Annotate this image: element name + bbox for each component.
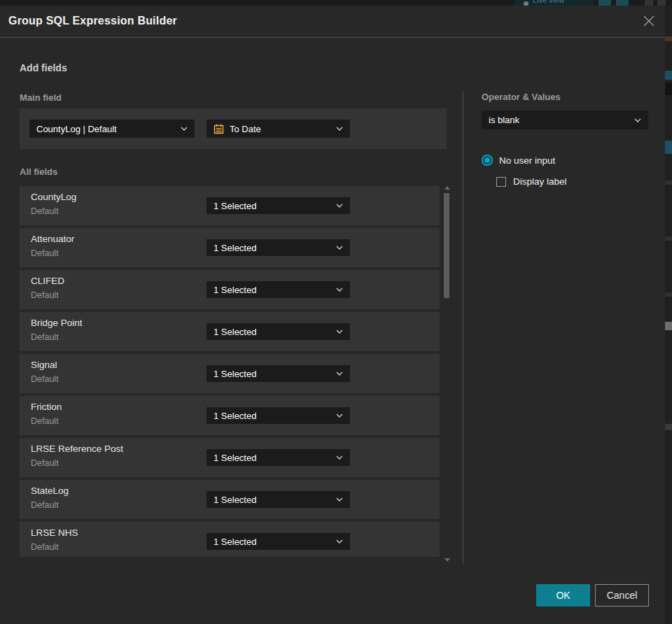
- field-selection-value: 1 Selected: [214, 243, 332, 253]
- chevron-down-icon: [336, 329, 343, 334]
- calendar-date-icon: [214, 124, 224, 134]
- field-selection-dropdown[interactable]: 1 Selected: [206, 533, 350, 550]
- scrollbar-up-arrow-icon[interactable]: [444, 186, 450, 190]
- main-field-panel: CountyLog | Default To Date: [20, 108, 447, 149]
- add-fields-heading: Add fields: [20, 62, 67, 73]
- field-name: StateLog: [31, 485, 69, 496]
- all-fields-list: CountyLog Default 1 Selected Attenuator …: [20, 186, 440, 557]
- field-name: CountyLog: [31, 192, 76, 202]
- field-name: Attenuator: [31, 234, 74, 244]
- field-name: Signal: [31, 360, 57, 370]
- background-top-toolbar: Live view: [0, 0, 672, 6]
- chevron-down-icon: [336, 288, 343, 292]
- field-name: Friction: [31, 402, 62, 412]
- operator-values-heading: Operator & Values: [482, 92, 561, 102]
- field-row: StateLog Default 1 Selected: [20, 480, 440, 519]
- all-fields-label: All fields: [20, 166, 57, 177]
- field-name: LRSE Reference Post: [31, 444, 123, 454]
- field-selection-value: 1 Selected: [214, 369, 332, 379]
- no-user-input-radio[interactable]: No user input: [482, 155, 555, 166]
- field-row: Attenuator Default 1 Selected: [20, 228, 440, 267]
- field-selection-value: 1 Selected: [214, 411, 332, 421]
- dialog-header: Group SQL Expression Builder: [0, 6, 665, 38]
- chevron-down-icon: [336, 497, 343, 502]
- field-row: Bridge Point Default 1 Selected: [20, 312, 440, 351]
- toolbar-button-fragment: [657, 0, 666, 6]
- chevron-down-icon: [336, 413, 343, 418]
- field-type: Default: [31, 458, 59, 468]
- toolbar-button-fragment: [616, 0, 629, 6]
- main-field-type-dropdown[interactable]: To Date: [206, 120, 350, 138]
- chevron-down-icon: [634, 118, 641, 122]
- ok-button[interactable]: OK: [536, 584, 590, 607]
- radio-selected-icon: [482, 155, 493, 166]
- field-name: LRSE NHS: [31, 527, 78, 538]
- field-row: LRSE NHS Default 1 Selected: [20, 522, 440, 557]
- cancel-button[interactable]: Cancel: [595, 584, 649, 607]
- field-selection-dropdown[interactable]: 1 Selected: [206, 491, 350, 508]
- field-selection-dropdown[interactable]: 1 Selected: [206, 449, 350, 466]
- field-selection-dropdown[interactable]: 1 Selected: [206, 281, 350, 298]
- field-row: CLIFED Default 1 Selected: [20, 270, 440, 309]
- field-type: Default: [31, 332, 59, 342]
- field-selection-dropdown[interactable]: 1 Selected: [206, 239, 350, 256]
- chevron-down-icon: [336, 204, 343, 208]
- field-row: Friction Default 1 Selected: [20, 396, 440, 435]
- operator-dropdown[interactable]: is blank: [482, 111, 648, 129]
- field-name: CLIFED: [31, 276, 64, 286]
- field-name: Bridge Point: [31, 318, 83, 328]
- field-type: Default: [31, 248, 59, 258]
- field-selection-dropdown[interactable]: 1 Selected: [206, 365, 350, 382]
- field-type: Default: [31, 374, 59, 384]
- dialog-title: Group SQL Expression Builder: [8, 15, 177, 27]
- checkbox-unchecked-icon[interactable]: [496, 177, 506, 187]
- vertical-divider: [463, 91, 463, 564]
- chevron-down-icon: [336, 539, 343, 544]
- field-selection-dropdown[interactable]: 1 Selected: [206, 323, 350, 340]
- chevron-down-icon: [336, 127, 343, 131]
- main-field-source-dropdown[interactable]: CountyLog | Default: [29, 120, 195, 138]
- field-selection-value: 1 Selected: [214, 495, 332, 505]
- chevron-down-icon: [336, 371, 343, 376]
- field-selection-value: 1 Selected: [214, 285, 332, 295]
- display-label-checkbox-row[interactable]: Display label: [496, 176, 567, 187]
- field-type: Default: [31, 542, 59, 552]
- field-row: CountyLog Default 1 Selected: [20, 186, 440, 225]
- field-type: Default: [31, 206, 59, 216]
- field-type: Default: [31, 290, 59, 300]
- main-field-type-value: To Date: [230, 124, 332, 134]
- toolbar-button-fragment: [645, 0, 653, 6]
- background-right-edge: [665, 6, 672, 624]
- toolbar-button-fragment: [598, 0, 611, 6]
- scrollbar-thumb[interactable]: [444, 193, 449, 298]
- main-field-label: Main field: [20, 92, 62, 103]
- field-selection-value: 1 Selected: [214, 537, 332, 547]
- field-row: LRSE Reference Post Default 1 Selected: [20, 438, 440, 477]
- chevron-down-icon: [336, 246, 343, 250]
- field-selection-value: 1 Selected: [214, 201, 332, 211]
- field-selection-value: 1 Selected: [214, 327, 332, 337]
- chevron-down-icon: [336, 455, 343, 460]
- field-row: Signal Default 1 Selected: [20, 354, 440, 393]
- live-view-button[interactable]: Live view: [514, 0, 593, 6]
- close-icon[interactable]: [638, 10, 659, 31]
- group-sql-expression-builder-dialog: Group SQL Expression Builder Add fields …: [0, 6, 665, 624]
- display-label-label: Display label: [513, 176, 567, 187]
- field-selection-dropdown[interactable]: 1 Selected: [206, 197, 350, 214]
- field-selection-value: 1 Selected: [214, 453, 332, 463]
- chevron-down-icon: [181, 127, 188, 131]
- live-view-label: Live view: [533, 0, 564, 4]
- field-type: Default: [31, 416, 59, 426]
- fields-list-scrollbar[interactable]: [442, 186, 451, 562]
- scrollbar-down-arrow-icon[interactable]: [444, 558, 450, 562]
- field-selection-dropdown[interactable]: 1 Selected: [206, 407, 350, 424]
- field-type: Default: [31, 500, 59, 510]
- no-user-input-label: No user input: [499, 155, 555, 166]
- main-field-source-value: CountyLog | Default: [36, 124, 176, 134]
- operator-dropdown-value: is blank: [489, 115, 630, 125]
